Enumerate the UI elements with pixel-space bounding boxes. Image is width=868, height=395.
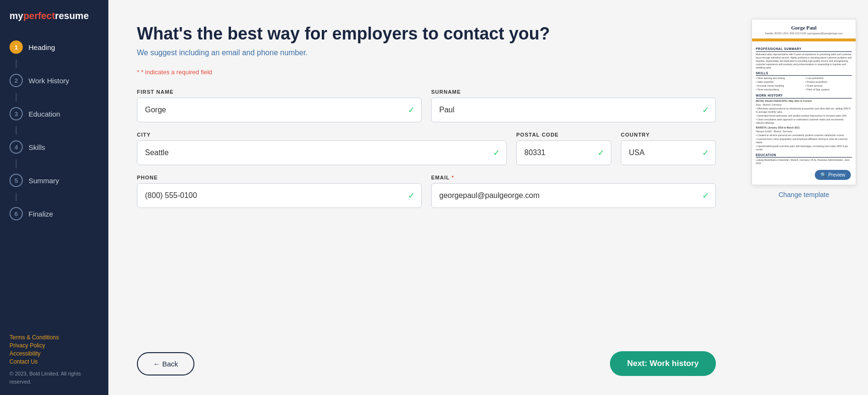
terms-link[interactable]: Terms & Conditions	[10, 334, 99, 341]
main-content: What's the best way for employers to con…	[108, 0, 744, 395]
change-template-button[interactable]: Change template	[779, 191, 829, 198]
sidebar-label-finalize: Finalize	[29, 210, 53, 218]
sidebar: myperfectresume 1 Heading 2 Work History…	[0, 0, 108, 395]
contact-form: FIRST NAME ✓ SURNAME ✓ CITY ✓	[137, 89, 716, 332]
check-icon-email: ✓	[702, 190, 709, 201]
sidebar-item-education[interactable]: 3 Education	[0, 101, 108, 126]
page-title: What's the best way for employers to con…	[137, 24, 716, 44]
form-group-phone: PHONE ✓	[137, 175, 422, 208]
nav-circle-5: 5	[10, 174, 23, 187]
form-group-city: CITY ✓	[137, 132, 507, 165]
sidebar-item-heading[interactable]: 1 Heading	[0, 35, 108, 59]
label-email: EMAIL *	[431, 175, 716, 180]
nav-connector-1	[16, 59, 17, 68]
resume-skills-cols: • Store opening and closing • Sales expe…	[756, 77, 852, 92]
surname-input[interactable]	[431, 98, 716, 122]
resume-preview: Gorge Paul Seattle, 80331 USA | 800-222-…	[752, 19, 856, 185]
logo: myperfectresume	[0, 0, 108, 30]
sidebar-item-skills[interactable]: 4 Skills	[0, 135, 108, 159]
check-icon-first-name: ✓	[408, 105, 415, 115]
logo-prefix: my	[10, 10, 23, 21]
resume-header: Gorge Paul Seattle, 80331 USA | 800-222-…	[752, 20, 856, 39]
logo-suffix: resume	[55, 10, 89, 21]
check-icon-phone: ✓	[408, 190, 415, 201]
label-surname: SURNAME	[431, 89, 716, 95]
phone-input[interactable]	[137, 183, 422, 208]
logo-text: myperfectresume	[10, 10, 89, 21]
input-wrapper-city: ✓	[137, 140, 507, 165]
label-postal: POSTAL CODE	[516, 132, 611, 138]
next-button[interactable]: Next: Work history	[610, 351, 716, 376]
resume-section-work-history: WORK HISTORY	[756, 94, 852, 98]
check-icon-country: ✓	[702, 148, 709, 158]
city-input[interactable]	[137, 140, 507, 165]
accessibility-link[interactable]: Accessibility	[10, 350, 99, 357]
postal-code-input[interactable]	[516, 140, 611, 165]
nav-circle-1: 1	[10, 40, 23, 54]
nav-connector-3	[16, 126, 17, 135]
sidebar-footer: Terms & Conditions Privacy Policy Access…	[0, 326, 108, 395]
input-wrapper-email: ✓	[431, 183, 716, 208]
input-wrapper-postal: ✓	[516, 140, 611, 165]
label-country: COUNTRY	[621, 132, 716, 138]
preview-panel: Gorge Paul Seattle, 80331 USA | 800-222-…	[744, 0, 868, 395]
resume-summary-text: Motivated sales representative with 5 ye…	[756, 53, 852, 69]
first-name-input[interactable]	[137, 98, 422, 122]
logo-highlight: perfect	[23, 10, 55, 21]
form-group-first-name: FIRST NAME ✓	[137, 89, 422, 122]
form-group-postal: POSTAL CODE ✓	[516, 132, 611, 165]
nav-connector-5	[16, 193, 17, 201]
check-icon-city: ✓	[493, 148, 500, 158]
sidebar-label-work-history: Work History	[29, 77, 69, 85]
page-subtitle: We suggest including an email and phone …	[137, 49, 716, 57]
form-group-country: COUNTRY ✓	[621, 132, 716, 165]
label-first-name: FIRST NAME	[137, 89, 422, 95]
privacy-link[interactable]: Privacy Policy	[10, 342, 99, 349]
back-button[interactable]: ← Back	[137, 352, 194, 375]
resume-stripe	[752, 39, 856, 41]
sidebar-item-summary[interactable]: 5 Summary	[0, 168, 108, 193]
nav-circle-6: 6	[10, 207, 23, 220]
form-row-name: FIRST NAME ✓ SURNAME ✓	[137, 89, 716, 122]
resume-education-text: Ludwig-Maximilians-Universität • Munich,…	[756, 158, 852, 165]
input-wrapper-country: ✓	[621, 140, 716, 165]
sidebar-label-education: Education	[29, 110, 60, 118]
sidebar-item-work-history[interactable]: 2 Work History	[0, 68, 108, 93]
label-city: CITY	[137, 132, 507, 138]
resume-contact: Seattle, 80331 USA | 800-222-0100 | geor…	[757, 32, 851, 35]
resume-skills-col1: • Store opening and closing • Sales expe…	[756, 77, 802, 92]
resume-preview-footer: 🔍 Preview	[752, 170, 856, 185]
sidebar-label-heading: Heading	[29, 43, 55, 51]
preview-button-label: Preview	[828, 172, 845, 178]
sidebar-label-summary: Summary	[29, 177, 59, 185]
label-phone: PHONE	[137, 175, 422, 180]
nav-circle-4: 4	[10, 140, 23, 154]
check-icon-surname: ✓	[702, 105, 709, 115]
form-row-contact: PHONE ✓ EMAIL * ✓	[137, 175, 716, 208]
form-row-location: CITY ✓ POSTAL CODE ✓ COUNTRY ✓	[137, 132, 716, 165]
resume-section-education: EDUCATION	[756, 153, 852, 158]
check-icon-postal: ✓	[598, 148, 605, 158]
resume-section-professional-summary: PROFESSIONAL SUMMARY	[756, 47, 852, 51]
form-group-email: EMAIL * ✓	[431, 175, 716, 208]
input-wrapper-first-name: ✓	[137, 98, 422, 122]
copyright: © 2023, Bold Limited. All rights reserve…	[10, 370, 99, 385]
email-input[interactable]	[431, 183, 716, 208]
resume-body: PROFESSIONAL SUMMARY Motivated sales rep…	[752, 43, 856, 170]
nav-circle-2: 2	[10, 74, 23, 87]
input-wrapper-surname: ✓	[431, 98, 716, 122]
resume-section-skills: SKILLS	[756, 71, 852, 76]
nav-items: 1 Heading 2 Work History 3 Education 4 S…	[0, 30, 108, 326]
nav-connector-4	[16, 159, 17, 168]
preview-button[interactable]: 🔍 Preview	[815, 170, 851, 180]
resume-name: Gorge Paul	[757, 24, 851, 31]
nav-circle-3: 3	[10, 107, 23, 120]
input-wrapper-phone: ✓	[137, 183, 422, 208]
sidebar-label-skills: Skills	[29, 143, 45, 151]
country-input[interactable]	[621, 140, 716, 165]
sidebar-item-finalize[interactable]: 6 Finalize	[0, 201, 108, 226]
form-group-surname: SURNAME ✓	[431, 89, 716, 122]
contact-link[interactable]: Contact Us	[10, 358, 99, 365]
bottom-bar: ← Back Next: Work history	[137, 351, 716, 376]
nav-connector-2	[16, 93, 17, 101]
